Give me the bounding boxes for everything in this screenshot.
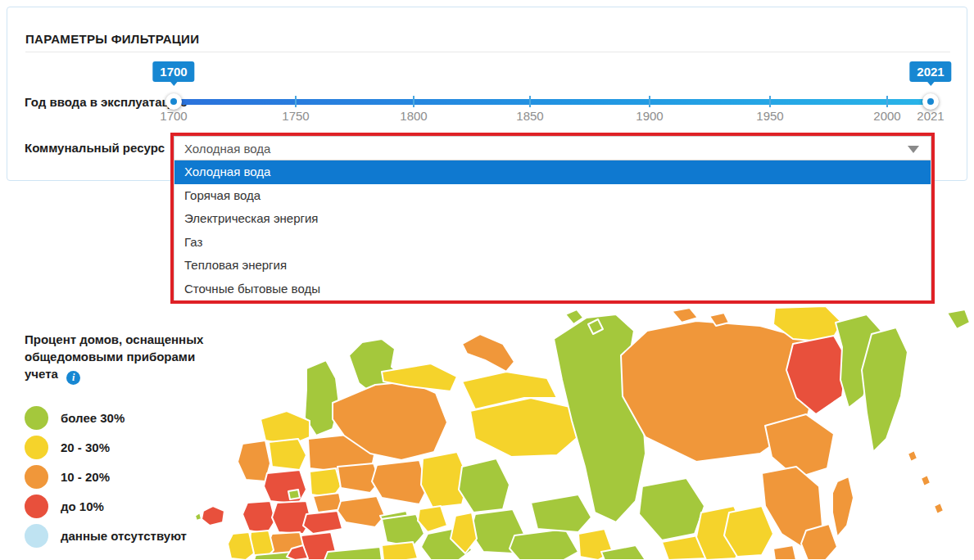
- dropdown-option[interactable]: Холодная вода: [174, 160, 931, 184]
- map-region[interactable]: [921, 475, 931, 486]
- slider-tick: [769, 96, 771, 107]
- legend-swatch-orange: [25, 465, 48, 489]
- map-region[interactable]: [934, 503, 944, 514]
- map-region[interactable]: [195, 513, 202, 521]
- slider-tick: [295, 96, 297, 107]
- map-region[interactable]: [338, 496, 385, 527]
- slider-handle-dot: [170, 98, 177, 105]
- info-icon[interactable]: i: [66, 371, 80, 385]
- map-region[interactable]: [908, 450, 917, 462]
- map-region[interactable]: [264, 470, 306, 504]
- panel-divider: [25, 52, 950, 52]
- resource-select[interactable]: Холодная вода: [174, 136, 931, 160]
- slider-tick-label: 2000: [873, 109, 900, 123]
- map-region[interactable]: [382, 542, 418, 560]
- map-region[interactable]: [202, 506, 224, 526]
- legend-label: данные отсутствуют: [61, 529, 187, 543]
- map-region[interactable]: [238, 440, 270, 481]
- map-region[interactable]: [832, 476, 854, 537]
- dropdown-option[interactable]: Сточные бытовые воды: [174, 278, 931, 301]
- legend-label: до 10%: [61, 499, 104, 513]
- slider-tick-label: 1950: [756, 109, 783, 123]
- legend-swatch-green: [25, 406, 48, 430]
- slider-tooltip-max: 2021: [909, 61, 951, 82]
- slider-tick-label: 1700: [160, 109, 187, 123]
- legend-item: данные отсутствуют: [25, 524, 213, 548]
- legend-title-line: Процент домов, оснащенных: [25, 331, 213, 348]
- slider-tick: [529, 96, 531, 107]
- legend-label: 10 - 20%: [61, 470, 110, 484]
- resource-dropdown-list: Холодная водаГорячая водаЭлектрическая э…: [174, 160, 931, 301]
- slider-tick: [413, 96, 415, 107]
- map-region[interactable]: [269, 439, 306, 470]
- map-region[interactable]: [303, 511, 342, 534]
- slider-tick-label: 1800: [400, 109, 427, 123]
- dropdown-option[interactable]: Горячая вода: [174, 184, 931, 208]
- legend-item: 20 - 30%: [25, 436, 213, 459]
- slider-tooltip-min: 1700: [152, 61, 194, 82]
- legend-title-line: общедомовыми приборами: [25, 348, 213, 365]
- slider-tick-label: 1750: [282, 109, 309, 123]
- map-region[interactable]: [862, 327, 908, 452]
- chevron-down-icon: [908, 146, 919, 153]
- slider-tick-label: 1850: [516, 109, 543, 123]
- legend-items: более 30%20 - 30%10 - 20%до 10%данные от…: [25, 406, 213, 548]
- map-region[interactable]: [947, 309, 970, 329]
- resource-select-value: Холодная вода: [184, 142, 270, 156]
- legend-label: 20 - 30%: [61, 440, 110, 454]
- map-region[interactable]: [672, 308, 698, 323]
- russia-map: [187, 305, 974, 560]
- slider-handle-min[interactable]: [165, 93, 182, 110]
- dropdown-option[interactable]: Тепловая энергия: [174, 254, 931, 278]
- map-region[interactable]: [242, 501, 275, 534]
- legend-title-line: учета i: [25, 365, 213, 385]
- slider-handle-dot: [927, 98, 934, 105]
- legend-item: более 30%: [25, 406, 213, 430]
- map-legend: Процент домов, оснащенных общедомовыми п…: [25, 331, 213, 553]
- map-region[interactable]: [288, 490, 300, 499]
- slider-tick: [649, 96, 650, 107]
- dropdown-option[interactable]: Электрическая энергия: [174, 207, 931, 231]
- map-region[interactable]: [462, 334, 514, 372]
- map-region[interactable]: [639, 478, 704, 540]
- panel-title: ПАРАМЕТРЫ ФИЛЬТРАЦИИ: [25, 32, 199, 46]
- map-region[interactable]: [531, 495, 591, 532]
- map-region[interactable]: [459, 458, 510, 513]
- slider-tick-label: 2021: [917, 109, 944, 123]
- slider-handle-max[interactable]: [922, 93, 939, 110]
- legend-swatch-nodata: [25, 524, 48, 548]
- map-region[interactable]: [228, 532, 254, 560]
- legend-swatch-red: [25, 495, 48, 518]
- slider-tick: [886, 96, 888, 107]
- dropdown-option[interactable]: Газ: [174, 231, 931, 255]
- legend-item: 10 - 20%: [25, 465, 213, 489]
- resource-label: Коммунальный ресурс: [25, 141, 165, 155]
- year-range-slider-track[interactable]: [174, 99, 931, 105]
- legend-item: до 10%: [25, 495, 213, 518]
- map-region[interactable]: [773, 545, 796, 560]
- year-slider-label: Год ввода в эксплуатацию: [25, 95, 188, 109]
- legend-label: более 30%: [61, 411, 125, 425]
- legend-swatch-yellow: [25, 436, 48, 459]
- map-region[interactable]: [372, 460, 428, 504]
- slider-tick-label: 1900: [636, 109, 663, 123]
- legend-title-line-text: учета: [25, 367, 58, 381]
